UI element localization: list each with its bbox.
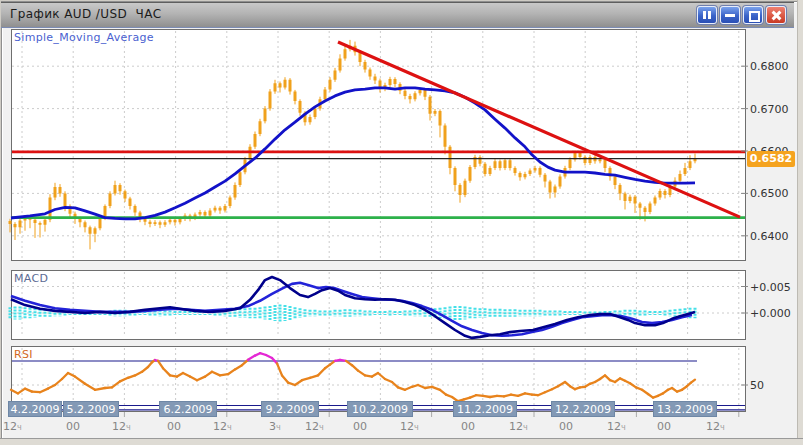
macd-axis-label: +0.000: [750, 307, 791, 320]
rsi-indicator-label: RSI: [14, 348, 33, 361]
date-badge: 4.2.2009: [8, 401, 62, 417]
date-badge: 10.2.2009: [347, 401, 413, 417]
time-axis-label: 12ч: [112, 420, 131, 433]
time-axis-label: 3ч: [269, 420, 281, 433]
application-window: График AUD /USD ЧАС 0.68000.67000.66000.…: [0, 0, 803, 445]
chart-area: 0.68000.67000.66000.65000.6400+0.005+0.0…: [0, 0, 803, 445]
window-bottom-edge: [0, 438, 803, 445]
macd-panel: [12, 271, 746, 340]
time-axis-label: 12ч: [400, 420, 419, 433]
macd-axis-label: +0.005: [750, 281, 791, 294]
time-axis-label: 00: [657, 420, 671, 433]
date-badge: 12.2.2009: [551, 401, 615, 417]
time-axis-label: 12ч: [706, 420, 725, 433]
price-axis-label: 0.6800: [750, 60, 789, 73]
rsi-axis-label: 50: [750, 379, 764, 392]
time-axis-label: 00: [66, 420, 80, 433]
time-axis-label: 12ч: [213, 420, 232, 433]
sma-indicator-label: Simple_Moving_Average: [14, 31, 154, 44]
window-right-edge: [797, 0, 803, 445]
date-badge: 11.2.2009: [453, 401, 517, 417]
macd-indicator-label: MACD: [14, 272, 48, 285]
time-axis-label: 12ч: [509, 420, 528, 433]
price-axis-label: 0.6700: [750, 103, 789, 116]
current-price-label: 0.6582: [747, 151, 795, 167]
time-axis-label: 12ч: [3, 420, 22, 433]
time-axis-label: 12ч: [305, 420, 324, 433]
date-badge: 6.2.2009: [159, 401, 217, 417]
price-axis-label: 0.6400: [750, 230, 789, 243]
date-badge: 5.2.2009: [63, 401, 119, 417]
main-panel: [12, 30, 746, 261]
time-axis-label: 00: [167, 420, 181, 433]
date-badge: 13.2.2009: [653, 401, 717, 417]
time-axis-label: 00: [353, 420, 367, 433]
date-badge: 9.2.2009: [261, 401, 319, 417]
time-axis-label: 00: [461, 420, 475, 433]
price-axis-label: 0.6500: [750, 187, 789, 200]
time-axis-label: 12ч: [607, 420, 626, 433]
chart-canvas[interactable]: 0.68000.67000.66000.65000.6400+0.005+0.0…: [0, 0, 803, 445]
time-axis-label: 00: [559, 420, 573, 433]
